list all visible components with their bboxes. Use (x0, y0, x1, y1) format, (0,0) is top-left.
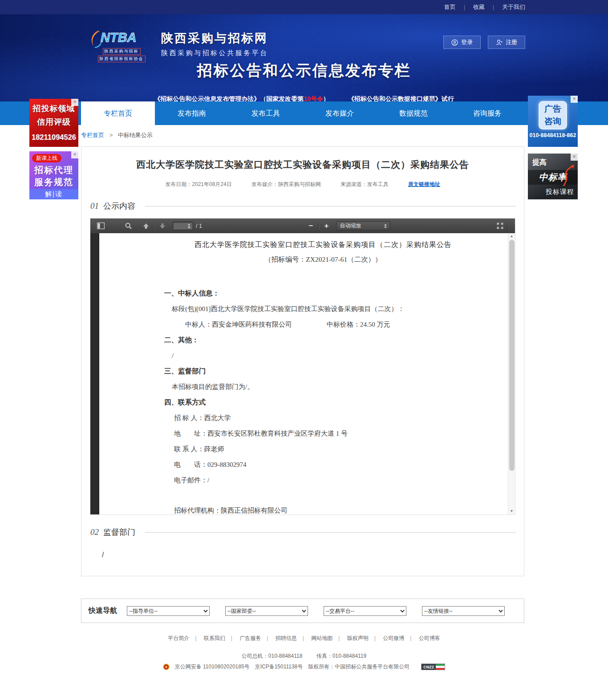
publish-date: 发布日期：2021年08月24日 (165, 181, 231, 188)
nav-tab-publish-tools[interactable]: 发布工具 (229, 101, 303, 125)
banner-subtitle: 《招标公告和公示信息发布管理办法》（国家发改委第10号令）《招标公告和公示数据接… (0, 95, 608, 101)
ad-line: 信用评级 (29, 117, 78, 127)
pdf-toolbar: / 1 − + 自动缩放 (90, 218, 515, 233)
close-icon[interactable]: × (571, 96, 578, 103)
nav-tab-data-standard[interactable]: 数据规范 (377, 101, 450, 125)
footer-legal: 京公网安备 11010802020185号 京ICP备15011138号 版权所… (0, 663, 608, 671)
quick-nav-label: 快速导航 (89, 606, 117, 615)
footer-link-blog[interactable]: 公司博客 (419, 635, 440, 641)
section-divider (145, 206, 516, 206)
site-name: 陕西采购与招标网 (161, 30, 268, 46)
doc-contact-email: 电子邮件：/ (174, 476, 481, 485)
topbar-separator: | (493, 4, 494, 10)
doc-heading-4: 四、联系方式 (164, 398, 481, 407)
banner-subtitle-pre: 《招标公告和公示信息发布管理办法》（国家发改委第 (154, 95, 304, 101)
select-friendly-links[interactable]: --友情链接-- (422, 606, 505, 616)
ad-footer: 解|读 (29, 189, 78, 199)
doc-paragraph: 本招标项目的监督部门为/。 (172, 382, 481, 391)
doc-heading-3: 三、监督部门 (164, 367, 481, 376)
footer-link-ad-service[interactable]: 广告服务 (239, 635, 261, 641)
nav-tab-publish-guide[interactable]: 发布指南 (155, 101, 229, 125)
page-title: 西北大学医学院技工实验室口腔技工实验设备采购项目（二次）采购结果公告 (81, 158, 524, 171)
section-header-supervision: 02 监督部门 (90, 527, 516, 538)
select-guidance-units[interactable]: --指导单位-- (127, 606, 210, 616)
close-icon[interactable]: × (71, 99, 78, 106)
close-icon[interactable]: × (571, 154, 578, 161)
ad-bid-rate-course[interactable]: × 提高 中标率 投标课程 (528, 154, 578, 199)
doc-contact-address: 地 址：西安市长安区郭杜教育科技产业区学府大道 1 号 (174, 429, 481, 438)
scroll-up-icon[interactable]: ▲ (510, 233, 514, 239)
sidebar-toggle-icon[interactable] (95, 221, 106, 231)
ad-line: 广告 (540, 103, 566, 116)
ad-line: 咨询 (540, 115, 566, 128)
footer-link-platform-intro[interactable]: 平台简介 (168, 635, 189, 641)
doc-paragraph: 标段(包)[001]西北大学医学院技工实验室口腔技工实验设备采购项目（二次）： (172, 304, 481, 313)
topbar-separator: | (464, 4, 465, 10)
user-plus-icon (496, 39, 503, 46)
user-icon (451, 39, 458, 46)
nav-tab-publish-media[interactable]: 发布媒介 (303, 101, 377, 125)
topbar-link-home[interactable]: 首页 (444, 3, 456, 11)
section-header-content: 01 公示内容 (90, 201, 516, 211)
zoom-select-value: 自动缩放 (340, 222, 361, 230)
site-slogan: 陕西采购与招标公共服务平台 (161, 49, 268, 57)
doc-paragraph: / (172, 351, 481, 360)
scrollbar-thumb[interactable] (509, 240, 515, 471)
breadcrumb-current: 中标结果公示 (118, 132, 153, 138)
breadcrumb-separator: > (109, 132, 113, 138)
origin-link[interactable]: 原文链接地址 (408, 181, 440, 188)
section-number: 01 (90, 201, 99, 211)
cnzz-badge[interactable]: CNZZ (421, 664, 445, 670)
fullscreen-icon[interactable] (494, 221, 506, 231)
doc-contact-phone: 电 话：029-88302974 (174, 460, 481, 469)
scroll-down-icon[interactable]: ▼ (510, 508, 514, 514)
register-button[interactable]: 注册 (488, 36, 525, 49)
footer-link-copyright-notice[interactable]: 版权声明 (347, 635, 369, 641)
search-icon[interactable] (122, 221, 134, 231)
zoom-out-button[interactable]: − (305, 222, 316, 231)
login-button[interactable]: 登录 (443, 36, 481, 49)
page-up-icon[interactable] (140, 221, 152, 231)
site-logo[interactable]: NTBA 陕西采购与招标 陕西省招标投标协会 陕西采购与招标网 陕西采购与招标公… (88, 29, 268, 62)
winner-name: 中标人：西安金坤医药科技有限公司 (185, 321, 292, 328)
breadcrumb-home-link[interactable]: 专栏首页 (81, 132, 104, 138)
pdf-scrollbar[interactable]: ▲ ▼ (508, 233, 515, 514)
quick-navigation: 快速导航 --指导单位-- --国家部委-- --交易平台-- --友情链接-- (81, 599, 524, 623)
pdf-sidebar-strip (90, 233, 99, 514)
company-phone: 公司总机：010-88484118 (242, 653, 303, 659)
select-trading-platforms[interactable]: --交易平台-- (324, 606, 406, 616)
ad-agency-course[interactable]: × 新课上线 招标代理 服务规范 解|读 (29, 151, 78, 199)
nav-tab-column-home[interactable]: 专栏首页 (81, 101, 155, 125)
page-number-input[interactable] (173, 222, 193, 230)
select-state-ministries[interactable]: --国家部委-- (225, 606, 308, 616)
zoom-select[interactable]: 自动缩放 (336, 221, 390, 231)
winning-price: 中标价格：24.50 万元 (327, 321, 390, 328)
footer-link-weibo[interactable]: 公司微博 (383, 635, 404, 641)
announcement-panel: 西北大学医学院技工实验室口腔技工实验设备采购项目（二次）采购结果公告 发布日期：… (81, 146, 524, 576)
ad-credit-rating[interactable]: × 招投标领域 信用评级 18211094526 (29, 99, 78, 147)
ad-line: 投标课程 (528, 188, 574, 196)
close-icon[interactable]: × (71, 151, 78, 158)
main-navbar: 专栏首页 发布指南 发布工具 发布媒介 数据规范 咨询服务 (0, 101, 608, 125)
footer-link-contact[interactable]: 联系我们 (204, 635, 225, 641)
select-arrows-icon (384, 224, 387, 228)
banner-subtitle-post: ） (323, 95, 329, 101)
doc-heading-2: 二、其他： (164, 336, 481, 344)
section-title: 公示内容 (103, 201, 135, 211)
ad-advertising-consult[interactable]: × 广告 咨询 010-88484118-862 (528, 96, 578, 147)
page-down-icon[interactable] (157, 221, 168, 231)
cnzz-stripes (436, 664, 445, 670)
topbar: 首页 | 收藏 | 关于我们 (0, 0, 608, 14)
topbar-link-about[interactable]: 关于我们 (502, 3, 525, 11)
zoom-in-button[interactable]: + (321, 222, 332, 231)
doc-agency: 招标代理机构：陕西正信招标有限公司 (174, 506, 481, 514)
nav-tab-consult-service[interactable]: 咨询服务 (450, 101, 524, 125)
footer-link-jobs[interactable]: 招聘信息 (276, 635, 297, 641)
site-header: NTBA 陕西采购与招标 陕西省招标投标协会 陕西采购与招标网 陕西采购与招标公… (0, 14, 608, 101)
login-label: 登录 (461, 38, 473, 46)
ad-badge: 新课上线 (32, 154, 61, 162)
topbar-link-favorite[interactable]: 收藏 (473, 3, 485, 11)
ad-phone: 010-88484118-862 (528, 132, 578, 138)
footer-link-sitemap[interactable]: 网站地图 (311, 635, 332, 641)
ad-line: 招标代理 (29, 164, 78, 176)
